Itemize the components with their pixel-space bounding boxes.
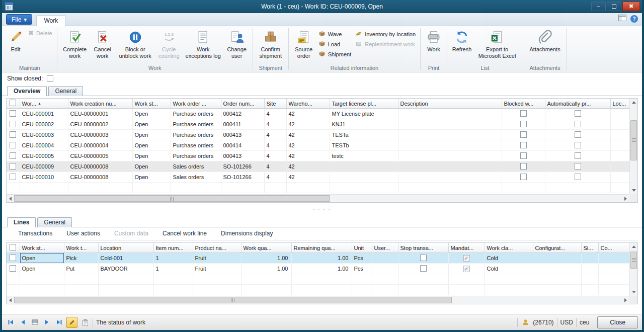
table-cell[interactable]: TESTb: [330, 140, 398, 151]
table-row[interactable]: CEU-000002CEU-00000002OpenPurchase order…: [7, 119, 629, 130]
checkbox[interactable]: [520, 121, 527, 127]
table-cell[interactable]: Sales orders: [171, 172, 221, 183]
table-cell[interactable]: [610, 172, 629, 183]
table-cell[interactable]: [398, 161, 502, 172]
table-cell[interactable]: Open: [132, 140, 171, 151]
table-cell[interactable]: [372, 264, 398, 274]
window-close-button[interactable]: ✖: [622, 2, 640, 11]
table-cell[interactable]: Open: [132, 119, 171, 130]
column-header[interactable]: Co...: [598, 243, 629, 253]
dimensions-display-button[interactable]: Dimensions display: [221, 230, 273, 237]
row-select-checkbox-cell[interactable]: [7, 253, 20, 264]
confirm-shipment-button[interactable]: Confirm shipment: [256, 28, 286, 60]
table-cell[interactable]: [330, 161, 398, 172]
wave-button[interactable]: Wave: [316, 29, 353, 39]
work-exceptions-log-button[interactable]: Work exceptions log: [183, 28, 224, 60]
table-cell[interactable]: Open: [132, 130, 171, 140]
checkbox[interactable]: [420, 255, 427, 261]
tab-general-upper[interactable]: General: [48, 86, 83, 96]
select-all-checkbox[interactable]: [7, 99, 20, 109]
overview-vertical-scrollbar[interactable]: [629, 99, 637, 194]
table-cell[interactable]: 1.00: [291, 264, 352, 274]
table-cell[interactable]: Purchase orders: [171, 109, 221, 119]
table-cell[interactable]: [398, 119, 502, 130]
table-cell[interactable]: CEU-000005: [20, 151, 68, 161]
table-cell[interactable]: [610, 130, 629, 140]
table-cell[interactable]: CEU-00000002: [68, 119, 132, 130]
table-cell[interactable]: [598, 253, 629, 264]
table-cell[interactable]: 4: [264, 140, 286, 151]
checkbox[interactable]: [10, 142, 16, 148]
file-menu-button[interactable]: File ▾: [6, 14, 32, 25]
table-row[interactable]: CEU-000009CEU-00000008OpenSales ordersSO…: [7, 161, 629, 172]
table-cell[interactable]: SO-101266: [221, 172, 264, 183]
vertical-scroll-thumb[interactable]: [630, 120, 637, 160]
table-cell[interactable]: CEU-000002: [20, 119, 68, 130]
column-header[interactable]: Remaining qua...: [291, 243, 352, 253]
previous-record-button[interactable]: [18, 317, 27, 327]
column-header[interactable]: Work t...: [64, 243, 98, 253]
last-record-button[interactable]: [54, 317, 63, 327]
change-user-button[interactable]: Change user: [224, 28, 250, 60]
scroll-right-button[interactable]: [622, 195, 629, 202]
table-row[interactable]: CEU-000001CEU-00000001OpenPurchase order…: [7, 109, 629, 119]
table-cell[interactable]: ✔: [448, 264, 485, 274]
table-cell[interactable]: testc: [330, 151, 398, 161]
attachments-button[interactable]: Attachments: [526, 28, 564, 54]
column-header[interactable]: Blocked w...: [502, 99, 545, 109]
table-cell[interactable]: 000412: [221, 109, 264, 119]
column-header[interactable]: Target license pl...: [330, 99, 398, 109]
table-cell[interactable]: Pick: [64, 253, 98, 264]
table-cell[interactable]: BAYDOOR: [98, 264, 153, 274]
table-cell[interactable]: [545, 119, 610, 130]
table-cell[interactable]: [502, 130, 545, 140]
column-header[interactable]: Site: [264, 99, 286, 109]
table-cell[interactable]: 000413: [221, 151, 264, 161]
table-cell[interactable]: Open: [20, 253, 64, 264]
table-cell[interactable]: [610, 109, 629, 119]
export-to-excel-button[interactable]: Export to Microsoft Excel: [474, 28, 520, 60]
table-cell[interactable]: 1.00: [291, 253, 352, 264]
table-cell[interactable]: CEU-00000001: [68, 109, 132, 119]
table-cell[interactable]: Put: [64, 264, 98, 274]
table-cell[interactable]: CEU-000003: [20, 130, 68, 140]
checkbox[interactable]: [575, 174, 581, 180]
table-cell[interactable]: [610, 119, 629, 130]
table-row[interactable]: CEU-000003CEU-00000003OpenPurchase order…: [7, 130, 629, 140]
inventory-by-location-button[interactable]: Inventory by location: [353, 29, 418, 39]
table-cell[interactable]: [545, 109, 610, 119]
table-cell[interactable]: [610, 140, 629, 151]
checkbox[interactable]: [520, 131, 527, 138]
table-cell[interactable]: [545, 151, 610, 161]
table-cell[interactable]: 42: [286, 172, 330, 183]
table-cell[interactable]: 42: [286, 140, 330, 151]
checkbox[interactable]: [520, 110, 527, 117]
column-header[interactable]: Si...: [581, 243, 598, 253]
table-cell[interactable]: 4: [264, 109, 286, 119]
checkbox[interactable]: [10, 255, 16, 261]
checkbox[interactable]: [10, 110, 16, 117]
table-cell[interactable]: CEU-000010: [20, 172, 68, 183]
table-cell[interactable]: 4: [264, 130, 286, 140]
tab-lines[interactable]: Lines: [7, 217, 36, 227]
scroll-left-button[interactable]: [7, 296, 14, 304]
column-header[interactable]: Order num...: [221, 99, 264, 109]
print-work-button[interactable]: Work: [423, 28, 444, 54]
shipment-button[interactable]: Shipment: [316, 49, 353, 59]
scroll-down-button[interactable]: [630, 288, 637, 296]
help-icon[interactable]: ?: [630, 15, 638, 23]
source-order-button[interactable]: Source order: [291, 28, 316, 60]
table-cell[interactable]: Purchase orders: [171, 119, 221, 130]
lines-horizontal-scrollbar[interactable]: [7, 296, 629, 304]
minimize-button[interactable]: –: [591, 2, 606, 11]
table-cell[interactable]: [330, 172, 398, 183]
table-cell[interactable]: Cold: [485, 253, 533, 264]
tab-work-ribbon[interactable]: Work: [36, 15, 65, 26]
table-cell[interactable]: [610, 161, 629, 172]
table-cell[interactable]: [398, 253, 448, 264]
table-cell[interactable]: Open: [132, 151, 171, 161]
close-form-button[interactable]: Close: [597, 316, 638, 328]
table-cell[interactable]: CEU-000004: [20, 140, 68, 151]
splitter-handle[interactable]: · · · ·: [2, 203, 642, 216]
table-cell[interactable]: 000414: [221, 140, 264, 151]
